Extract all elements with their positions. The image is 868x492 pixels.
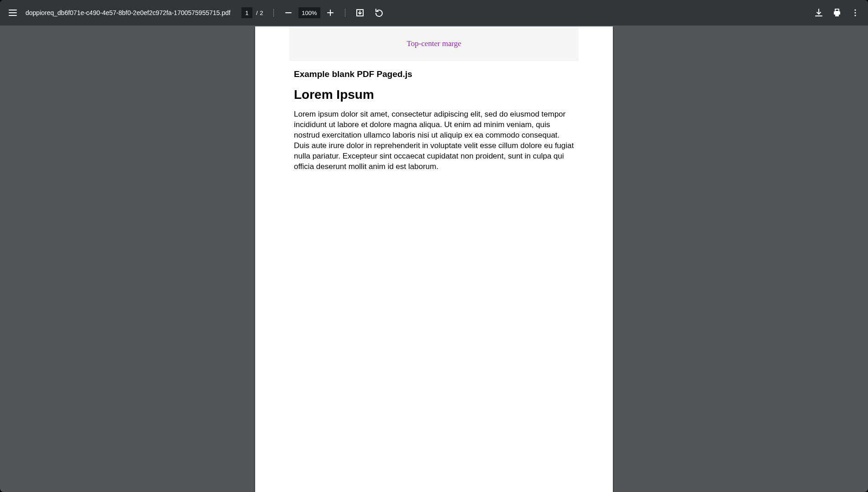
page-inner: Top-center marge Example blank PDF Paged…	[255, 26, 613, 172]
page-content: Example blank PDF Paged.js Lorem Ipsum L…	[255, 69, 613, 172]
download-icon	[813, 7, 824, 18]
divider	[345, 9, 345, 17]
top-center-marge: Top-center marge	[289, 26, 579, 61]
svg-point-15	[854, 15, 856, 16]
menu-button[interactable]	[4, 4, 22, 22]
pdf-page: Top-center marge Example blank PDF Paged…	[255, 26, 613, 492]
page-total: / 2	[256, 10, 263, 16]
doc-title: Lorem Ipsum	[294, 87, 574, 102]
zoom-out-button[interactable]	[279, 4, 298, 22]
page-sep: /	[256, 10, 258, 16]
rotate-button[interactable]	[370, 4, 388, 22]
page-total-value: 2	[260, 10, 263, 16]
fit-to-page-icon	[354, 7, 365, 18]
zoom-in-icon	[325, 7, 336, 18]
filename: doppioreq_db6f071e-c490-4e57-8bf0-2e0ef2…	[26, 9, 231, 16]
zoom-in-button[interactable]	[321, 4, 339, 22]
more-button[interactable]	[846, 4, 864, 22]
zoom-level-input[interactable]	[298, 7, 320, 18]
fit-to-page-button[interactable]	[351, 4, 369, 22]
page-number-input[interactable]	[241, 7, 252, 18]
svg-rect-12	[835, 14, 839, 16]
doc-subtitle: Example blank PDF Paged.js	[294, 69, 574, 79]
doc-body: Lorem ipsum dolor sit amet, consectetur …	[294, 109, 574, 172]
svg-point-14	[854, 12, 856, 13]
pdf-viewer: doppioreq_db6f071e-c490-4e57-8bf0-2e0ef2…	[0, 0, 868, 492]
menu-icon	[7, 7, 18, 18]
svg-point-13	[854, 9, 856, 10]
download-button[interactable]	[810, 4, 828, 22]
svg-rect-11	[835, 9, 839, 11]
zoom-out-icon	[283, 7, 294, 18]
rotate-icon	[374, 7, 385, 18]
print-button[interactable]	[828, 4, 846, 22]
toolbar: doppioreq_db6f071e-c490-4e57-8bf0-2e0ef2…	[0, 0, 868, 26]
divider	[273, 9, 274, 17]
document-area[interactable]: Top-center marge Example blank PDF Paged…	[0, 26, 868, 492]
more-icon	[850, 7, 861, 18]
print-icon	[832, 7, 842, 18]
page-controls: / 2	[241, 4, 388, 22]
